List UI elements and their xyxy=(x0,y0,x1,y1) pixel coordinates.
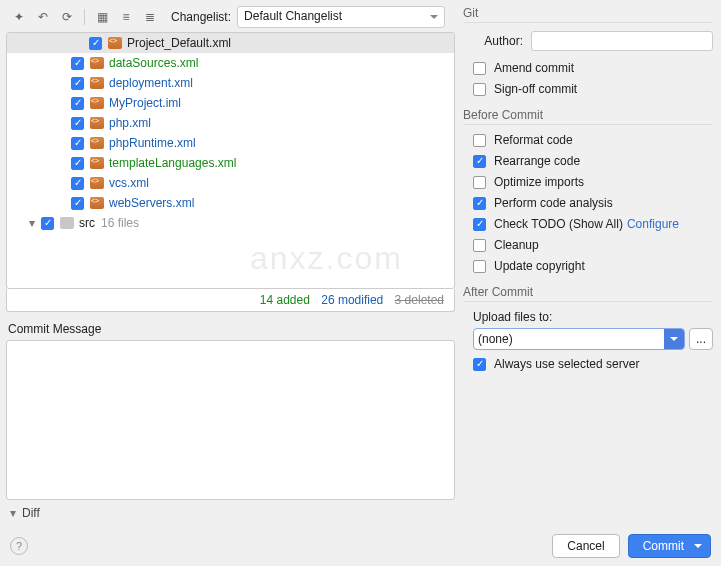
tree-root[interactable]: Project_Default.xml xyxy=(7,33,454,53)
before-commit-option[interactable]: Cleanup xyxy=(473,238,713,252)
checkbox[interactable] xyxy=(71,97,84,110)
option-label: Perform code analysis xyxy=(494,196,613,210)
summary-added: 14 added xyxy=(260,293,310,307)
chevron-down-icon[interactable]: ▾ xyxy=(29,216,39,230)
checkbox[interactable] xyxy=(71,177,84,190)
author-label: Author: xyxy=(463,34,523,48)
option-label: Check TODO (Show All) xyxy=(494,217,623,231)
xml-file-icon xyxy=(108,37,122,49)
file-name: Project_Default.xml xyxy=(127,36,231,50)
checkbox[interactable] xyxy=(71,197,84,210)
tree-file-row[interactable]: php.xml xyxy=(7,113,454,133)
checkbox[interactable] xyxy=(473,358,486,371)
refresh-icon[interactable]: ⟳ xyxy=(58,8,76,26)
before-commit-option[interactable]: Check TODO (Show All) Configure xyxy=(473,217,713,231)
xml-file-icon xyxy=(90,57,104,69)
amend-commit-row[interactable]: Amend commit xyxy=(473,61,713,75)
changelist-value: Default Changelist xyxy=(244,9,342,23)
option-label: Cleanup xyxy=(494,238,539,252)
xml-file-icon xyxy=(90,97,104,109)
checkbox[interactable] xyxy=(71,117,84,130)
option-label: Reformat code xyxy=(494,133,573,147)
configure-link[interactable]: Configure xyxy=(627,217,679,231)
changed-files-tree[interactable]: Project_Default.xml dataSources.xmldeplo… xyxy=(6,32,455,289)
browse-button[interactable]: ... xyxy=(689,328,713,350)
expand-all-icon[interactable]: ≡ xyxy=(117,8,135,26)
xml-file-icon xyxy=(90,77,104,89)
before-commit-option[interactable]: Update copyright xyxy=(473,259,713,273)
file-name: webServers.xml xyxy=(109,196,194,210)
git-section-title: Git xyxy=(463,6,713,23)
file-name: phpRuntime.xml xyxy=(109,136,196,150)
always-use-server-row[interactable]: Always use selected server xyxy=(473,357,713,371)
before-commit-option[interactable]: Optimize imports xyxy=(473,175,713,189)
before-commit-option[interactable]: Reformat code xyxy=(473,133,713,147)
folder-count: 16 files xyxy=(101,216,139,230)
after-commit-section-title: After Commit xyxy=(463,285,713,302)
signoff-label: Sign-off commit xyxy=(494,82,577,96)
checkbox[interactable] xyxy=(473,155,486,168)
dropdown-arrow-icon[interactable] xyxy=(664,329,684,349)
commit-message-label: Commit Message xyxy=(8,322,455,336)
folder-icon xyxy=(60,217,74,229)
folder-name: src xyxy=(79,216,95,230)
cancel-button[interactable]: Cancel xyxy=(552,534,619,558)
before-commit-section-title: Before Commit xyxy=(463,108,713,125)
tree-file-row[interactable]: deployment.xml xyxy=(7,73,454,93)
tree-file-row[interactable]: vcs.xml xyxy=(7,173,454,193)
checkbox[interactable] xyxy=(473,83,486,96)
summary-modified: 26 modified xyxy=(321,293,383,307)
checkbox[interactable] xyxy=(71,57,84,70)
before-commit-option[interactable]: Rearrange code xyxy=(473,154,713,168)
author-input[interactable] xyxy=(531,31,713,51)
checkbox[interactable] xyxy=(473,197,486,210)
tree-file-row[interactable]: MyProject.iml xyxy=(7,93,454,113)
file-name: php.xml xyxy=(109,116,151,130)
upload-value: (none) xyxy=(478,332,513,346)
tree-file-row[interactable]: dataSources.xml xyxy=(7,53,454,73)
changelist-dropdown[interactable]: Default Changelist xyxy=(237,6,445,28)
checkbox[interactable] xyxy=(71,157,84,170)
checkbox[interactable] xyxy=(473,260,486,273)
show-diff-icon[interactable]: ✦ xyxy=(10,8,28,26)
checkbox[interactable] xyxy=(473,62,486,75)
tree-file-row[interactable]: templateLanguages.xml xyxy=(7,153,454,173)
help-button[interactable]: ? xyxy=(10,537,28,555)
option-label: Update copyright xyxy=(494,259,585,273)
checkbox[interactable] xyxy=(71,77,84,90)
file-name: vcs.xml xyxy=(109,176,149,190)
tree-file-row[interactable]: phpRuntime.xml xyxy=(7,133,454,153)
tree-file-row[interactable]: webServers.xml xyxy=(7,193,454,213)
signoff-commit-row[interactable]: Sign-off commit xyxy=(473,82,713,96)
checkbox[interactable] xyxy=(473,239,486,252)
revert-icon[interactable]: ↶ xyxy=(34,8,52,26)
file-name: dataSources.xml xyxy=(109,56,198,70)
summary-deleted: 3 deleted xyxy=(395,293,444,307)
upload-label: Upload files to: xyxy=(473,310,713,324)
checkbox[interactable] xyxy=(41,217,54,230)
xml-file-icon xyxy=(90,197,104,209)
checkbox[interactable] xyxy=(71,137,84,150)
file-name: MyProject.iml xyxy=(109,96,181,110)
checkbox[interactable] xyxy=(89,37,102,50)
xml-file-icon xyxy=(90,137,104,149)
checkbox[interactable] xyxy=(473,134,486,147)
commit-message-input[interactable] xyxy=(6,340,455,500)
xml-file-icon xyxy=(90,117,104,129)
checkbox[interactable] xyxy=(473,176,486,189)
file-name: templateLanguages.xml xyxy=(109,156,236,170)
option-label: Optimize imports xyxy=(494,175,584,189)
upload-server-dropdown[interactable]: (none) xyxy=(473,328,685,350)
option-label: Rearrange code xyxy=(494,154,580,168)
changelist-label: Changelist: xyxy=(171,10,231,24)
group-by-icon[interactable]: ▦ xyxy=(93,8,111,26)
commit-button[interactable]: Commit xyxy=(628,534,711,558)
before-commit-option[interactable]: Perform code analysis xyxy=(473,196,713,210)
file-name: deployment.xml xyxy=(109,76,193,90)
xml-file-icon xyxy=(90,177,104,189)
tree-folder[interactable]: ▾ src 16 files xyxy=(7,213,454,233)
diff-label: Diff xyxy=(22,506,40,520)
collapse-all-icon[interactable]: ≣ xyxy=(141,8,159,26)
checkbox[interactable] xyxy=(473,218,486,231)
chevron-down-icon[interactable]: ▾ xyxy=(10,506,20,520)
